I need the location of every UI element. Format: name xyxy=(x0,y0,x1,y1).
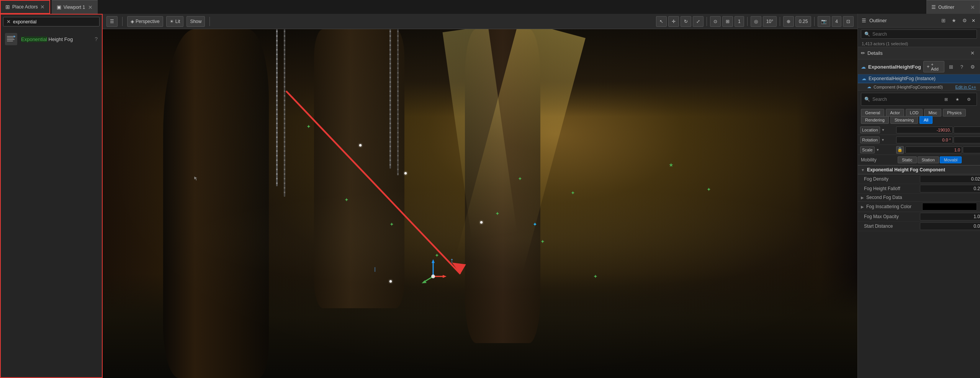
perspective-btn[interactable]: ◈ Perspective xyxy=(127,16,163,27)
tab-outliner-close[interactable]: ✕ xyxy=(970,4,975,10)
filter-tab-rendering[interactable]: Rendering xyxy=(861,116,889,124)
sub-component-label: Component (HeightFogComponent0) xyxy=(874,85,943,89)
second-fog-label: Second Fog Data xyxy=(866,195,902,200)
fog-max-opacity-field[interactable] xyxy=(920,213,980,220)
filter-tab-lod[interactable]: LOD xyxy=(906,109,923,117)
actor-item-exponential-height-fog[interactable]: Exponential Height Fog ? xyxy=(1,30,102,48)
details-search-bar[interactable]: 🔍 ⊞ ★ ⚙ xyxy=(861,93,977,106)
start-distance-field[interactable] xyxy=(920,222,980,230)
lit-btn[interactable]: ☀ Lit xyxy=(166,16,184,27)
sub-component-row[interactable]: ☁ Component (HeightFogComponent0) Edit i… xyxy=(858,83,980,91)
fog-density-field[interactable] xyxy=(920,175,980,183)
scale-dropdown[interactable]: Scale xyxy=(860,146,875,153)
rotation-dropdown[interactable]: Rotation xyxy=(860,136,880,143)
pillar-3 xyxy=(465,29,540,343)
second-fog-chevron: ▶ xyxy=(861,196,864,200)
filter-tab-physics[interactable]: Physics xyxy=(943,109,966,117)
select-tool-btn[interactable]: ↖ xyxy=(656,16,667,27)
details-search-settings-icon[interactable]: ⚙ xyxy=(964,95,973,104)
edit-cpp-link[interactable]: Edit in C++ xyxy=(955,85,976,89)
fog-max-opacity-row: Fog Max Opacity xyxy=(858,212,980,222)
outliner-close-btn[interactable]: ✕ xyxy=(971,16,976,25)
details-search-grid-icon[interactable]: ⊞ xyxy=(941,95,951,104)
scale-x-field[interactable] xyxy=(905,146,962,153)
component-grid-icon[interactable]: ⊞ xyxy=(947,62,955,71)
location-y-field[interactable] xyxy=(954,127,980,133)
actor-list: Exponential Height Fog ? xyxy=(1,29,102,377)
rotation-expand-icon[interactable]: ▼ xyxy=(881,138,885,142)
place-actors-search-input[interactable] xyxy=(13,19,96,25)
rotation-fields xyxy=(896,136,980,143)
rotate-snap-icon[interactable]: ◎ xyxy=(751,16,761,27)
rotation-x-field[interactable] xyxy=(896,136,953,143)
rotate-tool-btn[interactable]: ↻ xyxy=(681,16,691,27)
scale-snap-icon[interactable]: ⊕ xyxy=(783,16,794,27)
viewport-canvas[interactable]: ✦ ✦ ✦ ✦ ✦ ★ ✦ ✦ ✦ ✦ ✦ | ↑ ✦ xyxy=(103,29,857,378)
show-btn[interactable]: Show xyxy=(187,16,205,27)
fog-inscattering-color-swatch[interactable] xyxy=(922,203,977,210)
move-tool-btn[interactable]: ✛ xyxy=(668,16,679,27)
actor-help-icon[interactable]: ? xyxy=(95,36,98,42)
scale-lock-btn[interactable]: 🔒 xyxy=(896,146,904,154)
location-x-field[interactable] xyxy=(896,127,953,133)
add-component-btn[interactable]: + + Add xyxy=(923,61,944,72)
sep3 xyxy=(707,17,707,26)
filter-tab-misc[interactable]: Misc xyxy=(924,109,941,117)
filter-tab-all[interactable]: All xyxy=(919,116,933,124)
component-help-icon[interactable]: ? xyxy=(957,62,966,71)
fog-inscattering-section[interactable]: ▶ Fog Inscattering Color xyxy=(858,202,980,212)
maximize-btn[interactable]: ⊡ xyxy=(843,16,854,27)
component-settings-icon[interactable]: ⚙ xyxy=(969,62,977,71)
grid-icon: ⊞ xyxy=(5,4,10,10)
filter-tab-general[interactable]: General xyxy=(861,109,884,117)
fog-component-section[interactable]: ▼ Exponential Height Fog Component xyxy=(858,165,980,174)
location-dropdown[interactable]: Location xyxy=(860,127,880,133)
fog-component-icon: ☁ xyxy=(861,64,866,70)
rotation-y-field[interactable] xyxy=(954,136,980,143)
details-search-input[interactable] xyxy=(872,97,939,102)
outliner-star-icon[interactable]: ★ xyxy=(949,16,959,25)
scale-y-field[interactable] xyxy=(963,146,980,153)
outliner-settings-icon[interactable]: ⚙ xyxy=(960,16,969,25)
angle-value-btn[interactable]: 10° xyxy=(763,16,777,27)
perspective-label: Perspective xyxy=(136,19,160,24)
details-close-btn[interactable]: ✕ xyxy=(968,49,977,58)
scale-expand-icon[interactable]: ▼ xyxy=(876,148,880,152)
outliner-search-input[interactable] xyxy=(872,31,973,37)
outliner-panel-icon: ☰ xyxy=(862,18,866,23)
location-expand-icon[interactable]: ▼ xyxy=(882,128,885,132)
tab-viewport1[interactable]: ▣ Viewport 1 ✕ xyxy=(52,0,98,14)
actor-item-name: Exponential Height Fog xyxy=(21,36,73,42)
second-fog-section[interactable]: ▶ Second Fog Data xyxy=(858,194,980,202)
lit-label: Lit xyxy=(175,19,180,24)
surface-btn[interactable]: ⊙ xyxy=(710,16,721,27)
details-scroll-area: Location ▼ ↺ Rotation ▼ xyxy=(858,125,980,378)
grid-value-btn[interactable]: 1 xyxy=(735,16,744,27)
scale-tool-btn[interactable]: ⤢ xyxy=(693,16,704,27)
tab-place-actors-close[interactable]: ✕ xyxy=(40,4,45,10)
actor-name-highlight: Exponential xyxy=(21,36,47,42)
place-actors-search-bar[interactable]: ✕ xyxy=(3,17,100,26)
camera-icon[interactable]: 📷 xyxy=(818,16,830,27)
tab-outliner[interactable]: ☰ Outliner ✕ xyxy=(926,0,980,14)
fog-height-falloff-field[interactable] xyxy=(920,185,980,192)
mobility-static-btn[interactable]: Static xyxy=(898,156,917,163)
component-name: ExponentialHeightFog xyxy=(868,64,921,70)
clear-search-icon[interactable]: ✕ xyxy=(7,19,11,25)
mobility-stationary-btn[interactable]: Station xyxy=(918,156,939,163)
grid-snap-btn[interactable]: ⊞ xyxy=(722,16,733,27)
hamburger-menu-btn[interactable]: ☰ xyxy=(106,16,118,27)
instance-row[interactable]: ☁ ExponentialHeightFog (Instance) xyxy=(858,74,980,83)
details-search-star-icon[interactable]: ★ xyxy=(953,95,962,104)
scale-value-btn[interactable]: 0.25 xyxy=(795,16,811,27)
filter-tab-streaming[interactable]: Streaming xyxy=(890,116,918,124)
mobility-movable-btn[interactable]: Movabl xyxy=(940,156,962,163)
outliner-grid-icon[interactable]: ⊞ xyxy=(939,16,948,25)
tab-place-actors[interactable]: ⊞ Place Actors ✕ xyxy=(0,0,50,14)
tab-viewport1-close[interactable]: ✕ xyxy=(88,4,93,10)
camera-value-btn[interactable]: 4 xyxy=(832,16,841,27)
outliner-search-bar[interactable]: 🔍 xyxy=(861,30,977,39)
viewport-area: ☰ ◈ Perspective ☀ Lit Show ↖ ✛ ↻ ⤢ ⊙ xyxy=(103,14,857,378)
fog-height-falloff-label: Fog Height Falloff xyxy=(864,186,918,191)
filter-tab-actor[interactable]: Actor xyxy=(886,109,904,117)
